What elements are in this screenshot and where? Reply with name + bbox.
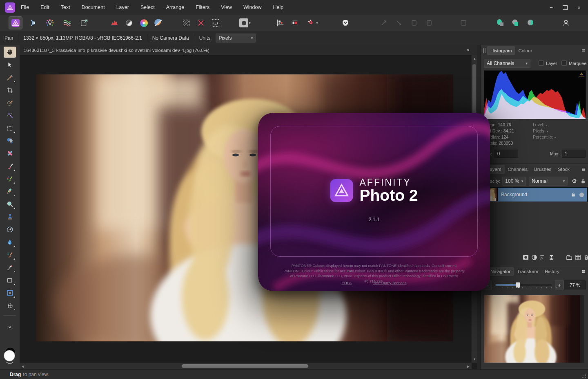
- erase-tool[interactable]: [4, 148, 16, 159]
- resize-grip-icon[interactable]: [581, 373, 586, 378]
- panel-grip-icon[interactable]: [483, 48, 486, 53]
- clone-stamp-tool[interactable]: [4, 211, 16, 222]
- delete-layer-icon[interactable]: [582, 254, 588, 260]
- tab-histogram[interactable]: Histogram: [487, 46, 515, 55]
- flood-select-tool[interactable]: [4, 110, 16, 121]
- colour-swatches[interactable]: [3, 347, 17, 364]
- eula-link[interactable]: EULA: [341, 280, 352, 285]
- snapping-grid-button[interactable]: [274, 17, 287, 29]
- layer-row-background[interactable]: Background: [481, 187, 588, 202]
- panel-menu-icon[interactable]: ≡: [581, 166, 585, 173]
- assistant-manager-button[interactable]: [339, 17, 352, 29]
- move-tool[interactable]: [4, 59, 16, 70]
- show-selection-button[interactable]: [180, 17, 193, 29]
- menu-help[interactable]: Help: [267, 4, 290, 10]
- menu-layer[interactable]: Layer: [111, 4, 135, 10]
- lock-icon[interactable]: [581, 179, 585, 184]
- menu-view[interactable]: View: [215, 4, 238, 10]
- tab-stock[interactable]: Stock: [555, 165, 573, 174]
- red-eye-zoom-tool[interactable]: [4, 199, 16, 210]
- auto-colour-button[interactable]: [137, 17, 150, 29]
- minimize-button[interactable]: −: [546, 2, 557, 12]
- layer-name[interactable]: Background: [501, 192, 527, 197]
- deselect-button[interactable]: [194, 17, 207, 29]
- layer-lock-icon[interactable]: [571, 192, 575, 197]
- horizontal-scrollbar[interactable]: ◀ ▶: [20, 363, 472, 369]
- procedural-texture-icon[interactable]: [547, 254, 555, 260]
- third-party-licences-link[interactable]: Third party licences: [373, 280, 406, 285]
- sharpen-tool[interactable]: [4, 249, 16, 260]
- layer-checkbox[interactable]: [539, 61, 544, 66]
- marquee-checkbox[interactable]: [561, 61, 567, 66]
- shape-tool[interactable]: [4, 275, 16, 286]
- min-input[interactable]: 0: [494, 150, 518, 158]
- snapping-magnet-button[interactable]: ▾: [303, 17, 322, 29]
- blemish-removal-tool[interactable]: [4, 186, 16, 197]
- zoom-slider[interactable]: [495, 284, 552, 286]
- adjustment-layer-icon[interactable]: [530, 254, 538, 260]
- opacity-dropdown[interactable]: 100 % ▾: [502, 177, 526, 186]
- assistant-options-button[interactable]: ▾: [236, 17, 254, 29]
- crop-tool[interactable]: [4, 85, 16, 96]
- tab-brushes[interactable]: Brushes: [531, 165, 555, 174]
- pixel-alignment-button[interactable]: [288, 17, 301, 29]
- panel-menu-icon[interactable]: ≡: [581, 47, 585, 54]
- tab-navigator[interactable]: Navigator: [487, 267, 514, 276]
- layer-visibility-toggle[interactable]: [579, 193, 584, 197]
- primary-colour-swatch[interactable]: [4, 350, 15, 361]
- navigator-preview[interactable]: [484, 295, 584, 363]
- undo-brush-tool[interactable]: [4, 224, 16, 235]
- insert-inside-button[interactable]: [494, 17, 507, 29]
- scroll-down-icon[interactable]: ▼: [473, 357, 476, 361]
- menu-text[interactable]: Text: [55, 4, 76, 10]
- scroll-up-icon[interactable]: ▲: [473, 57, 476, 61]
- menu-document[interactable]: Document: [76, 4, 111, 10]
- channels-dropdown[interactable]: All Channels ▾: [484, 59, 530, 68]
- text-tool[interactable]: A: [4, 287, 16, 298]
- colour-picker-tool[interactable]: [4, 72, 16, 83]
- paint-brush-tool[interactable]: [4, 161, 16, 172]
- tab-transform[interactable]: Transform: [514, 267, 541, 276]
- pen-tool[interactable]: [4, 262, 16, 273]
- develop-persona-button[interactable]: [43, 17, 56, 29]
- export-persona-button[interactable]: [78, 17, 91, 29]
- menu-window[interactable]: Window: [238, 4, 267, 10]
- invert-selection-button[interactable]: [209, 17, 222, 29]
- gear-icon[interactable]: ⚙: [572, 178, 577, 184]
- menu-filters[interactable]: Filters: [190, 4, 215, 10]
- auto-contrast-button[interactable]: [122, 17, 136, 29]
- scroll-left-icon[interactable]: ◀: [22, 365, 24, 368]
- units-dropdown[interactable]: Pixels ▾: [216, 34, 256, 43]
- auto-levels-button[interactable]: [108, 17, 121, 29]
- insert-behind-button[interactable]: [524, 17, 537, 29]
- menu-select[interactable]: Select: [135, 4, 160, 10]
- document-tab[interactable]: 1648631187_3-krasavica-info-p-krasivie-d…: [20, 45, 477, 56]
- swap-colours-icon[interactable]: [6, 362, 13, 366]
- scroll-right-icon[interactable]: ▶: [467, 365, 470, 368]
- blend-mode-dropdown[interactable]: Normal ▾: [529, 177, 568, 186]
- auto-white-balance-button[interactable]: [152, 17, 165, 29]
- photo-persona-button[interactable]: [9, 17, 22, 29]
- tab-history[interactable]: History: [541, 267, 563, 276]
- warning-icon[interactable]: ⚠: [579, 72, 584, 78]
- flood-fill-tool[interactable]: [4, 135, 16, 146]
- insert-on-top-button[interactable]: [509, 17, 522, 29]
- pixel-tool[interactable]: [4, 173, 16, 184]
- selection-brush-tool[interactable]: [4, 97, 16, 108]
- blur-tool[interactable]: [4, 237, 16, 248]
- tone-mapping-persona-button[interactable]: [60, 17, 74, 29]
- live-filter-icon[interactable]: fx: [539, 254, 547, 260]
- more-tools-button[interactable]: »: [8, 324, 11, 330]
- mesh-warp-tool[interactable]: [4, 300, 16, 311]
- new-layer-icon[interactable]: [574, 254, 582, 260]
- menu-file[interactable]: File: [15, 4, 35, 10]
- max-input[interactable]: 1: [562, 150, 586, 158]
- close-button[interactable]: ×: [573, 2, 585, 12]
- panel-menu-icon[interactable]: ≡: [581, 268, 585, 275]
- account-button[interactable]: [559, 17, 572, 29]
- group-layers-icon[interactable]: [565, 254, 573, 260]
- liquify-persona-button[interactable]: [26, 17, 39, 29]
- horizontal-scroll-thumb[interactable]: [182, 364, 308, 368]
- view-tool[interactable]: [4, 47, 16, 58]
- document-tab-close-icon[interactable]: ×: [466, 47, 470, 53]
